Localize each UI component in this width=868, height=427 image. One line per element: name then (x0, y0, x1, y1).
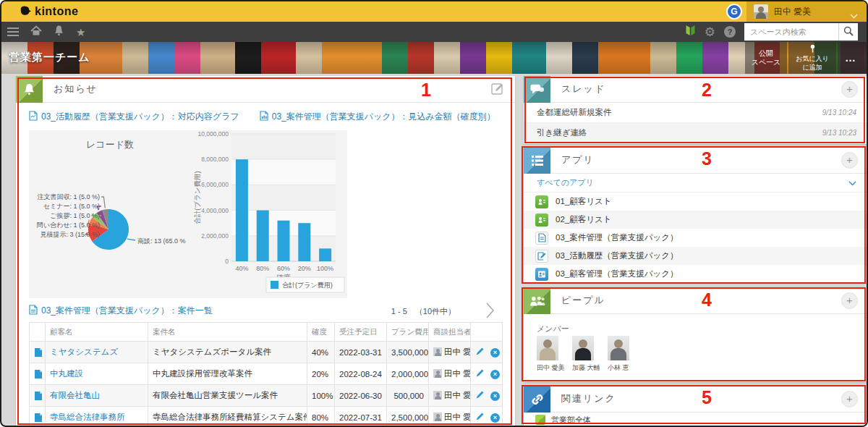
rep-cell[interactable]: 田中 愛美 (429, 342, 471, 363)
member[interactable]: 小林 恵 (608, 336, 634, 373)
related-link-item[interactable]: 営業部全体 (524, 413, 867, 427)
doc-blue-icon (535, 232, 548, 245)
delete-row-icon[interactable] (490, 413, 500, 423)
delete-row-icon[interactable] (490, 370, 500, 379)
rep-cell[interactable]: 田中 愛美 (429, 407, 471, 427)
edit-row-icon[interactable] (475, 392, 485, 401)
space-search (744, 23, 858, 41)
case-list-row: 03_案件管理（営業支援パック）：案件一覧 1 - 5 （10件中） (29, 303, 502, 321)
rep-avatar (433, 369, 442, 378)
add-app-button[interactable] (841, 152, 858, 169)
record-icon-cell (30, 385, 46, 407)
home-icon[interactable] (30, 25, 42, 39)
probability-cell: 20% (307, 363, 335, 385)
record-doc-icon (34, 391, 43, 401)
chevron-down-icon (848, 179, 856, 187)
next-page-icon[interactable] (482, 301, 498, 323)
edit-row-icon[interactable] (475, 371, 485, 379)
row-actions (471, 407, 503, 427)
link-expected-amount[interactable]: 03_案件管理（営業支援パック）：見込み金額（確度別） (260, 111, 495, 123)
app-item[interactable]: 03_案件管理（営業支援パック） (524, 229, 867, 247)
member[interactable]: 田中 愛美 (537, 336, 563, 373)
related-links-title: 関連リンク (561, 392, 616, 405)
customer-link[interactable]: 中丸建設 (50, 369, 83, 378)
project-cell: 寺島総合法律事務所経費精算システム案件 (148, 407, 307, 427)
probability-cell: 100% (307, 385, 335, 407)
user-name: 田中 愛美 (774, 6, 811, 18)
space-cover-banner: 営業第一チーム 公開 スペース お気に入り に追加 … (1, 42, 867, 74)
charts-area: レコード数商談: 13 (65.0 %見積提示: 3 (15.0 %)問い合わせ… (29, 130, 347, 298)
addressbook-blue-icon (535, 268, 548, 281)
col-rep: 商談担当者 (429, 323, 471, 342)
apps-title: アプリ (561, 153, 595, 166)
customer-link[interactable]: 寺島総合法律事務所 (50, 413, 125, 421)
addressbook-green-icon (535, 214, 548, 227)
svg-text:8,000,000: 8,000,000 (201, 156, 229, 163)
add-link-button[interactable] (841, 391, 858, 407)
search-button[interactable] (838, 23, 858, 41)
rep-cell[interactable]: 田中 愛美 (429, 385, 471, 407)
add-people-button[interactable] (841, 292, 858, 309)
svg-text:合計(プラン費用): 合計(プラン費用) (282, 282, 333, 289)
customer-link[interactable]: ミヤタシステムズ (50, 347, 118, 356)
edit-icon[interactable] (490, 82, 505, 99)
svg-text:4,000,000: 4,000,000 (201, 207, 229, 214)
toolbar-right: ⚙ ? (685, 23, 858, 41)
table-row: 寺島総合法律事務所寺島総合法律事務所経費精算システム案件80%2022-07-3… (30, 407, 503, 427)
customer-link[interactable]: 有限会社亀山 (50, 391, 100, 399)
link-case-list[interactable]: 03_案件管理（営業支援パック）：案件一覧 (29, 305, 213, 317)
link-activity-graph[interactable]: 03_活動履歴（営業支援パック）：対応内容グラフ (29, 111, 239, 123)
pagination-label: 1 - 5 （10件中） (391, 306, 456, 317)
svg-text:10,000,000: 10,000,000 (197, 130, 229, 138)
svg-text:60%: 60% (277, 265, 290, 272)
add-thread-button[interactable] (841, 81, 858, 98)
svg-text:見積提示: 3 (15.0 %): 見積提示: 3 (15.0 %) (40, 231, 100, 238)
svg-text:80%: 80% (256, 265, 269, 272)
thread-item[interactable]: 金都運総研新規案件 9/13 10:24 (524, 103, 867, 123)
people-icon (524, 287, 550, 314)
svg-text:レコード数: レコード数 (86, 139, 134, 150)
space-icon (535, 415, 545, 425)
apps-header: アプリ (524, 147, 867, 174)
bell-icon (16, 76, 43, 103)
gear-icon[interactable]: ⚙ (705, 26, 715, 38)
member[interactable]: 加藤 大輔 (572, 336, 598, 373)
chevron-down-icon (850, 9, 858, 22)
user-menu[interactable]: 田中 愛美 (746, 1, 867, 22)
related-links-panel: 関連リンク 営業部全体 (524, 386, 867, 427)
search-icon (843, 26, 854, 38)
delete-row-icon[interactable] (490, 348, 500, 358)
edit-row-icon[interactable] (475, 414, 485, 423)
menu-icon[interactable] (7, 28, 19, 36)
members-label: メンバー (537, 324, 569, 334)
record-icon-cell (30, 342, 46, 363)
kintone-logo[interactable]: kintone (19, 4, 78, 19)
favorites-star-icon[interactable]: ★ (76, 27, 85, 38)
order-date-cell: 2022-06-30 (335, 385, 387, 407)
thread-item[interactable]: 引き継ぎ連絡 9/13 10:23 (524, 123, 867, 143)
beginner-guide-icon[interactable] (685, 25, 696, 39)
app-item[interactable]: 03_顧客管理（営業支援パック） (524, 265, 867, 283)
table-row: ミヤタシステムズミヤタシステムズポータル案件40%2022-03-313,500… (30, 342, 503, 363)
edit-row-icon[interactable] (475, 349, 485, 358)
search-input[interactable] (744, 23, 838, 41)
svg-text:6,000,000: 6,000,000 (201, 181, 229, 188)
svg-text:注文書回収: 1 (5.0 %): 注文書回収: 1 (5.0 %) (37, 193, 100, 200)
apps-filter-all[interactable]: すべてのアプリ (524, 174, 867, 193)
kintone-bird-icon (19, 4, 32, 19)
notification-bell-icon[interactable] (54, 25, 64, 39)
table-row: 有限会社亀山有限会社亀山営業支援ツール案件100%2022-06-30500,0… (30, 385, 503, 407)
rep-cell[interactable]: 田中 愛美 (429, 363, 471, 385)
app-item[interactable]: 03_活動履歴（営業支援パック） (524, 247, 867, 265)
app-item[interactable]: 02_顧客リスト (524, 211, 867, 229)
plan-cost-bar-chart: 02,000,0004,000,0006,000,0008,000,00010,… (191, 130, 347, 300)
app-item[interactable]: 01_顧客リスト (524, 193, 867, 211)
add-favorite-button[interactable]: お気に入り に追加 (788, 42, 836, 74)
more-options-button[interactable]: … (838, 42, 864, 74)
delete-row-icon[interactable] (490, 392, 500, 401)
garoon-badge[interactable]: G (726, 4, 742, 20)
space-title: 営業第一チーム (9, 51, 90, 64)
member-avatar (572, 336, 594, 360)
help-icon[interactable]: ? (724, 26, 736, 38)
threads-panel: スレッド 金都運総研新規案件 9/13 10:24 引き継ぎ連絡 9/13 10… (524, 76, 867, 144)
